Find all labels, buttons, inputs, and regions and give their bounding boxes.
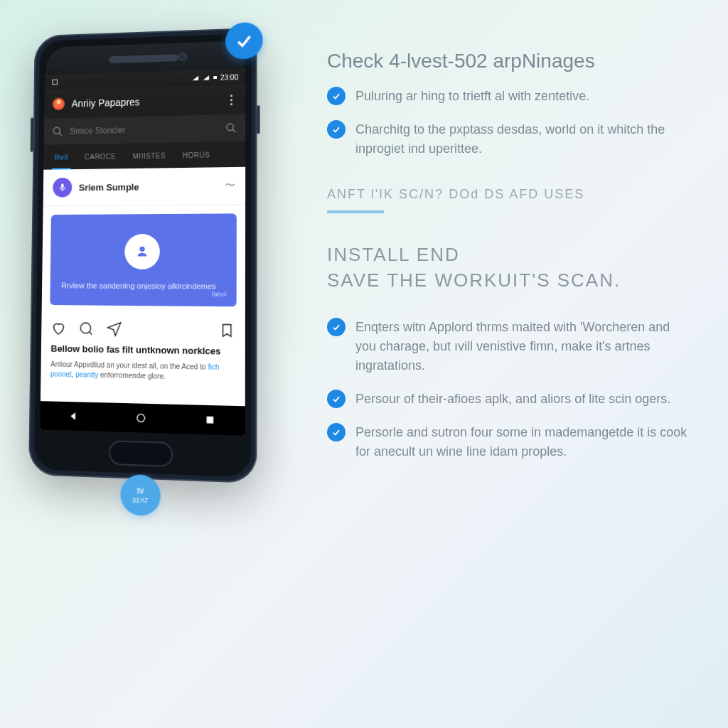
bookmark-icon[interactable] xyxy=(219,323,235,339)
action-bar xyxy=(41,314,245,346)
system-nav-bar xyxy=(40,401,245,436)
home-button xyxy=(109,440,173,467)
tab-miiistes[interactable]: MIIISTES xyxy=(124,142,174,168)
check-icon xyxy=(327,390,346,408)
page-title: Check 4-lvest-502 arpNinages xyxy=(327,50,692,73)
tab-horus[interactable]: HORUS xyxy=(174,141,219,168)
feature-item: Puluring ar hing to trietft al with zent… xyxy=(327,87,692,106)
search-input[interactable] xyxy=(70,123,218,136)
check-icon xyxy=(327,318,346,336)
search-bar[interactable] xyxy=(44,114,245,145)
feature-text: Puluring ar hing to trietft al with zent… xyxy=(355,87,589,106)
status-time: 23:00 xyxy=(220,73,238,82)
article-body: Antiour Appvdliud an your idest all, on … xyxy=(50,360,235,383)
tab-caroce[interactable]: CAROCE xyxy=(76,144,124,169)
svg-line-3 xyxy=(59,133,62,136)
right-panel: Check 4-lvest-502 arpNinages Puluring ar… xyxy=(299,0,728,728)
feature-text: Persour of their-afioes aplk, and aliors… xyxy=(355,390,670,409)
heading-line: SAVE THE WORKUIT'S SCAN. xyxy=(327,269,621,291)
section-heading: INSTALL END SAVE THE WORKUIT'S SCAN. xyxy=(327,242,692,294)
check-icon xyxy=(327,87,346,105)
article-text: enforromendie glore. xyxy=(98,371,166,380)
hero-card[interactable]: Rrvlew the sandening onjesioy alklrcinde… xyxy=(50,213,237,306)
heading-line: INSTALL END xyxy=(327,244,460,265)
heart-icon[interactable] xyxy=(51,321,67,336)
comment-icon[interactable] xyxy=(78,321,94,337)
speaker xyxy=(109,54,178,63)
search-icon xyxy=(52,126,63,137)
feature-text: Charchitg to the pxptass desdas, world o… xyxy=(355,120,692,159)
tab-bar: lhvil CAROCE MIIISTES HORUS xyxy=(43,141,245,170)
check-icon xyxy=(327,423,346,441)
article-link[interactable]: peantty xyxy=(75,370,98,379)
section-subhead: ANFT l'IK SC/N? DOd DS AFD USES xyxy=(327,187,692,202)
svg-rect-0 xyxy=(53,80,57,85)
chevron-down-icon: 〜 xyxy=(225,179,235,192)
notification-icon xyxy=(51,79,58,86)
verified-badge xyxy=(225,22,263,60)
article: Bellow bolio fas filt untknown norklces … xyxy=(41,343,245,391)
overflow-menu-button[interactable] xyxy=(225,95,237,105)
svg-rect-10 xyxy=(207,417,214,424)
recent-icon[interactable] xyxy=(204,414,215,426)
home-icon[interactable] xyxy=(135,412,146,424)
app-icon xyxy=(53,97,65,110)
tab-lhvil[interactable]: lhvil xyxy=(46,144,76,170)
tv-badge-sub: 21'AT xyxy=(132,496,149,505)
card-header[interactable]: Sriem Sumple 〜 xyxy=(43,167,246,207)
divider xyxy=(327,210,384,213)
phone-mock: 23:00 Anriiy Papapres lhvil CAROCE MI xyxy=(28,28,257,483)
app-title: Anriiy Papapres xyxy=(72,95,218,109)
tv-badge-label: tv xyxy=(137,486,144,496)
signal-icon xyxy=(202,74,210,81)
feature-item: Enqters witn Applord thrms maited with '… xyxy=(327,318,692,375)
power-button xyxy=(257,105,259,134)
volume-button xyxy=(31,117,33,151)
svg-line-8 xyxy=(90,332,92,335)
screen: 23:00 Anriiy Papapres lhvil CAROCE MI xyxy=(40,69,245,436)
feature-item: Charchitg to the pxptass desdas, world o… xyxy=(327,120,692,159)
feature-item: Persorle and sutron four some in mademan… xyxy=(327,423,692,461)
feature-text: Persorle and sutron four some in mademan… xyxy=(355,423,692,461)
svg-point-6 xyxy=(139,247,144,252)
svg-point-9 xyxy=(137,414,145,422)
article-headline: Bellow bolio fas filt untknown norklces xyxy=(50,343,235,358)
hero-badge-icon xyxy=(124,234,160,269)
check-icon xyxy=(327,120,346,139)
svg-line-5 xyxy=(232,129,235,132)
app-bar: Anriiy Papapres xyxy=(44,85,245,119)
front-camera xyxy=(178,53,187,61)
card-title: Sriem Sumple xyxy=(79,181,218,193)
hero-link[interactable]: fatrol xyxy=(212,291,226,298)
content-area: Sriem Sumple 〜 Rrvlew the sandening onje… xyxy=(41,167,245,407)
feature-item: Persour of their-afioes aplk, and aliors… xyxy=(327,390,692,409)
feature-text: Enqters witn Applord thrms maited with '… xyxy=(355,318,692,375)
tv-badge: tv 21'AT xyxy=(120,474,161,517)
check-icon xyxy=(234,31,254,51)
voice-icon xyxy=(53,178,72,198)
svg-point-7 xyxy=(80,323,90,333)
battery-icon xyxy=(213,74,218,81)
hero-text: Rrvlew the sandening onjesioy alklrcinde… xyxy=(61,280,225,292)
svg-rect-1 xyxy=(213,76,217,79)
share-icon[interactable] xyxy=(107,321,122,337)
article-text: Antiour Appvdliud an your idest all, on … xyxy=(50,360,208,371)
search-icon[interactable] xyxy=(225,122,237,134)
signal-icon xyxy=(191,75,200,82)
back-icon[interactable] xyxy=(68,410,79,422)
